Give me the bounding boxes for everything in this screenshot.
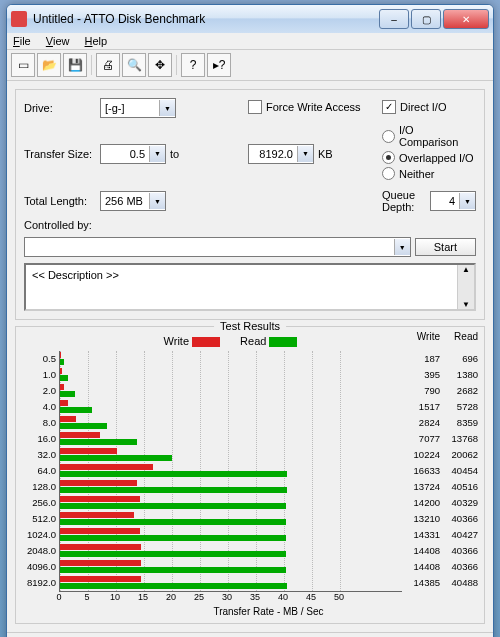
move-icon: ✥ [155,58,165,72]
transfer-from-combo[interactable]: 0.5 ▼ [100,144,166,164]
chart-ylabel: 16.0 [22,431,56,447]
write-value: 14408 [402,543,440,559]
bar-row [60,495,402,511]
chart-ylabel: 2048.0 [22,543,56,559]
print-button[interactable]: 🖨 [96,53,120,77]
write-value: 395 [402,367,440,383]
total-length-combo[interactable]: 256 MB ▼ [100,191,166,211]
read-value: 1380 [440,367,478,383]
write-value: 790 [402,383,440,399]
chart-xtick: 0 [56,592,61,602]
bar-row [60,431,402,447]
read-value: 40366 [440,511,478,527]
chart-xtick: 15 [138,592,148,602]
bar-row [60,511,402,527]
chart-xtick: 50 [334,592,344,602]
write-bar [60,576,141,582]
read-value: 20062 [440,447,478,463]
menu-file[interactable]: File [13,35,31,47]
checkbox-box: ✓ [382,100,396,114]
write-value: 16633 [402,463,440,479]
write-value: 14385 [402,575,440,591]
read-value: 40366 [440,543,478,559]
write-bar [60,384,64,390]
write-swatch [192,337,220,347]
chart-ylabel: 4.0 [22,399,56,415]
read-bar [60,583,287,589]
write-value: 1517 [402,399,440,415]
bar-row [60,383,402,399]
force-write-checkbox[interactable]: Force Write Access [248,100,378,114]
read-bar [60,423,107,429]
chart-xtick: 20 [166,592,176,602]
controlled-by-combo[interactable]: ▼ [24,237,411,257]
read-bar [60,567,286,573]
bar-row [60,479,402,495]
read-value: 40427 [440,527,478,543]
bar-row [60,399,402,415]
menu-help[interactable]: Help [85,35,108,47]
context-help-button[interactable]: ▸? [207,53,231,77]
close-button[interactable]: ✕ [443,9,489,29]
results-chart: 0.51.02.04.08.016.032.064.0128.0256.0512… [22,351,478,592]
write-bar [60,464,153,470]
chart-ylabel: 64.0 [22,463,56,479]
write-value: 13724 [402,479,440,495]
neither-radio[interactable]: Neither [382,167,476,180]
write-bar [60,448,117,454]
minimize-button[interactable]: – [379,9,409,29]
window-title: Untitled - ATTO Disk Benchmark [33,12,379,26]
chevron-down-icon: ▼ [149,146,165,162]
read-bar [60,519,286,525]
chart-ylabel: 8192.0 [22,575,56,591]
save-button[interactable]: 💾 [63,53,87,77]
move-button[interactable]: ✥ [148,53,172,77]
maximize-button[interactable]: ▢ [411,9,441,29]
scrollbar[interactable]: ▲ ▼ [457,265,474,309]
scroll-up-icon: ▲ [462,265,470,274]
bar-row [60,543,402,559]
io-comparison-radio[interactable]: I/O Comparison [382,124,476,148]
help-button[interactable]: ? [181,53,205,77]
queue-depth-combo[interactable]: 4 ▼ [430,191,476,211]
bar-row [60,575,402,591]
chart-ylabel: 2.0 [22,383,56,399]
transfer-size-label: Transfer Size: [24,148,96,160]
read-value: 8359 [440,415,478,431]
chart-xtick: 30 [222,592,232,602]
open-button[interactable]: 📂 [37,53,61,77]
read-bar [60,407,92,413]
read-bar [60,455,172,461]
total-length-label: Total Length: [24,195,96,207]
write-value: 14331 [402,527,440,543]
write-value: 10224 [402,447,440,463]
start-button[interactable]: Start [415,238,476,256]
write-bar [60,512,134,518]
direct-io-checkbox[interactable]: ✓ Direct I/O [382,100,476,114]
overlapped-io-radio[interactable]: Overlapped I/O [382,151,476,164]
new-button[interactable]: ▭ [11,53,35,77]
controlled-by-label: Controlled by: [24,219,92,231]
menu-view[interactable]: View [46,35,70,47]
save-icon: 💾 [68,58,83,72]
read-bar [60,391,75,397]
context-help-icon: ▸? [213,58,226,72]
drive-combo[interactable]: [-g-] ▼ [100,98,176,118]
drive-label: Drive: [24,102,96,114]
read-bar [60,535,286,541]
chevron-down-icon: ▼ [394,239,410,255]
write-bar [60,544,141,550]
write-value: 13210 [402,511,440,527]
read-value: 40516 [440,479,478,495]
app-icon [11,11,27,27]
read-bar [60,439,137,445]
bar-row [60,559,402,575]
chart-ylabel: 256.0 [22,495,56,511]
chart-ylabel: 1024.0 [22,527,56,543]
chart-ylabel: 1.0 [22,367,56,383]
transfer-to-combo[interactable]: 8192.0 ▼ [248,144,314,164]
read-value: 5728 [440,399,478,415]
description-box[interactable]: << Description >> ▲ ▼ [24,263,476,311]
preview-button[interactable]: 🔍 [122,53,146,77]
print-icon: 🖨 [102,58,114,72]
